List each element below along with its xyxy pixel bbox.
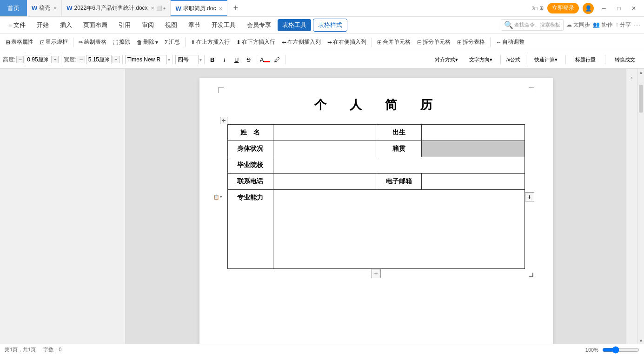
font-size-input[interactable] <box>175 55 199 64</box>
hometown-value[interactable] <box>422 141 524 157</box>
collab-btn[interactable]: 👥 协作 <box>593 21 612 29</box>
merge-cell-btn[interactable]: ⊞ 合并单元格 <box>374 37 413 47</box>
tab-sales-label: 2022年6月产品销售统计.docx <box>74 4 148 12</box>
tab-sales[interactable]: W 2022年6月产品销售统计.docx ✕ ⬜ ● <box>62 0 171 16</box>
tab-gaoke[interactable]: W 稿壳 ✕ <box>27 0 62 16</box>
vertical-scrollbar[interactable]: ▲ ▼ <box>637 69 644 344</box>
draw-table-btn[interactable]: ✏ 绘制表格 <box>76 37 109 47</box>
table-move-handle[interactable]: ✛ <box>220 117 227 124</box>
summary-btn[interactable]: Σ 汇总 <box>162 37 183 47</box>
window-controls: ─ □ ✕ <box>598 2 640 15</box>
skills-label: 专业能力 <box>227 190 273 269</box>
school-label: 毕业院校 <box>227 157 273 174</box>
show-border-btn[interactable]: ⊡ 显示虚框 <box>37 37 71 47</box>
collapse-btn[interactable]: › <box>628 74 636 82</box>
birth-value[interactable] <box>422 125 524 141</box>
tab-gaoke-close[interactable]: ✕ <box>53 6 57 11</box>
scroll-down-btn[interactable]: ▼ <box>638 337 644 344</box>
width-decrease-btn[interactable]: ─ <box>78 56 85 63</box>
height-decrease-btn[interactable]: ─ <box>16 56 24 63</box>
menu-vip[interactable]: 会员专享 <box>242 19 276 31</box>
split-cell-btn[interactable]: ⊟ 拆分单元格 <box>414 37 453 47</box>
font-size-dropdown-icon[interactable]: ▾ <box>199 57 202 62</box>
scroll-thumb[interactable] <box>639 85 643 113</box>
search-box[interactable]: 🔍 查找命令、搜索模板 <box>501 19 564 31</box>
zoom-slider[interactable] <box>602 346 639 354</box>
menu-file[interactable]: ≡ 文件 <box>4 19 30 31</box>
width-increase-btn[interactable]: + <box>113 56 120 63</box>
height-increase-btn[interactable]: + <box>51 56 59 63</box>
close-button[interactable]: ✕ <box>627 2 640 15</box>
erase-btn[interactable]: ⬚ 擦除 <box>110 37 133 47</box>
menu-table-tool[interactable]: 表格工具 <box>278 19 311 31</box>
underline-button[interactable]: U <box>231 54 242 65</box>
sep2 <box>185 38 186 47</box>
sep10 <box>285 55 285 64</box>
table-prop-btn[interactable]: ⊞ 表格属性 <box>3 37 36 47</box>
minimize-button[interactable]: ─ <box>598 2 611 15</box>
show-border-icon: ⊡ <box>40 39 45 46</box>
add-row-button[interactable]: + <box>372 269 381 278</box>
add-col-button[interactable]: + <box>525 192 534 201</box>
tab-home[interactable]: 首页 <box>0 0 27 16</box>
tab-resume[interactable]: W 求职简历.doc ✕ <box>171 0 227 16</box>
insert-right-btn[interactable]: ➡ 在右侧插入列 <box>325 37 369 47</box>
scroll-up-btn[interactable]: ▲ <box>638 69 644 75</box>
auto-fit-btn[interactable]: ↔ 自动调整 <box>493 37 527 47</box>
height-spinbox[interactable]: ─ <box>16 56 24 63</box>
toolbar-row2: 高度: ─ + 宽度: ─ + ▾ ▾ B I U S A 🖊 对齐方式▾ <box>0 51 644 69</box>
menu-view[interactable]: 视图 <box>160 19 182 31</box>
menu-ref[interactable]: 引用 <box>114 19 135 31</box>
height-label: 高度: <box>3 56 15 64</box>
name-value[interactable] <box>273 125 376 141</box>
font-dropdown-icon[interactable]: ▾ <box>168 57 170 62</box>
bold-button[interactable]: B <box>207 54 218 65</box>
skills-value[interactable] <box>273 190 524 269</box>
font-color-button[interactable]: A <box>259 54 271 65</box>
menu-table-tool-label: 表格工具 <box>282 21 306 28</box>
maximize-button[interactable]: □ <box>612 2 625 15</box>
convert-label: 转换成文 <box>615 56 635 63</box>
align-button[interactable]: 对齐方式▾ <box>430 54 463 65</box>
formula-button[interactable]: fx 公式 <box>504 54 523 65</box>
sync-btn[interactable]: ☁ 太同步 <box>566 21 590 29</box>
more-menu-icon[interactable]: ⋯ <box>634 21 640 29</box>
phone-value[interactable] <box>273 174 376 190</box>
font-name-input[interactable] <box>125 55 167 64</box>
menu-insert[interactable]: 插入 <box>55 19 77 31</box>
school-value[interactable] <box>273 157 524 174</box>
italic-button[interactable]: I <box>219 54 230 65</box>
text-dir-button[interactable]: 文字方向▾ <box>465 54 497 65</box>
menu-dev[interactable]: 开发工具 <box>207 19 240 31</box>
health-value[interactable] <box>273 141 376 157</box>
sep1 <box>73 38 73 47</box>
menu-review[interactable]: 审阅 <box>137 19 159 31</box>
resize-handle[interactable] <box>525 269 534 278</box>
table-prop-label: 表格属性 <box>11 38 33 46</box>
insert-left-btn[interactable]: ⬅ 在左侧插入列 <box>279 37 324 47</box>
title-row-button[interactable]: 标题行重 <box>569 54 602 65</box>
menu-chapter[interactable]: 章节 <box>184 19 205 31</box>
menu-home[interactable]: 开始 <box>32 19 53 31</box>
menu-table-style[interactable]: 表格样式 <box>313 19 347 32</box>
new-tab-button[interactable]: + <box>227 3 244 13</box>
width-input[interactable] <box>86 55 112 64</box>
login-button[interactable]: 立即登录 <box>547 3 579 13</box>
sep5 <box>61 55 61 64</box>
share-btn[interactable]: ↑ 分享 <box>616 21 631 29</box>
menu-dev-label: 开发工具 <box>212 21 236 28</box>
delete-btn[interactable]: 🗑 删除▾ <box>134 37 161 47</box>
tab-resume-close[interactable]: ✕ <box>219 6 222 11</box>
insert-above-btn[interactable]: ⬆ 在上方插入行 <box>188 37 232 47</box>
insert-below-btn[interactable]: ⬇ 在下方插入行 <box>233 37 278 47</box>
menu-layout[interactable]: 页面布局 <box>79 19 112 31</box>
highlight-button[interactable]: 🖊 <box>272 54 283 65</box>
convert-button[interactable]: 转换成文 <box>609 54 641 65</box>
height-input[interactable] <box>25 55 50 64</box>
split-table-btn[interactable]: ⊞ 拆分表格 <box>454 37 488 47</box>
tab-sales-close[interactable]: ✕ <box>151 6 154 11</box>
quick-calc-button[interactable]: 快速计算▾ <box>530 54 562 65</box>
strikethrough-button[interactable]: S <box>243 54 254 65</box>
user-avatar[interactable]: 👤 <box>583 3 594 14</box>
email-value[interactable] <box>422 174 524 190</box>
